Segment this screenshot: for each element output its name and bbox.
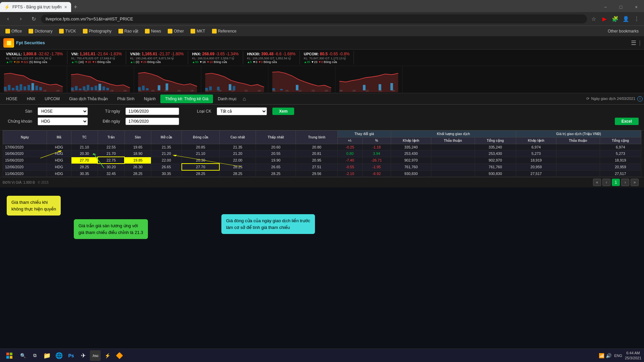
hsc-taskbar[interactable]: .hsc [90, 350, 101, 361]
bookmark-other[interactable]: Other [165, 28, 186, 35]
new-tab-button[interactable]: + [71, 4, 80, 11]
td-thoa-thuan [431, 164, 475, 170]
minimize-button[interactable]: − [598, 1, 613, 13]
photoshop-taskbar[interactable]: Ps [66, 350, 76, 361]
chungkhoan-select[interactable]: HDG [38, 117, 88, 125]
page-btn-4[interactable]: » [631, 179, 639, 186]
task-view-button[interactable]: ⧉ [30, 350, 40, 361]
page-btn-2[interactable]: 1 [612, 179, 620, 186]
app2-taskbar[interactable]: ⚡ [102, 350, 113, 361]
td-thap-nhat: 28.25 [256, 170, 296, 177]
app3-taskbar[interactable]: 🔶 [114, 350, 125, 361]
menu-icon[interactable]: ☰ [631, 39, 636, 47]
td-tong-cong-gt: 18,919 [600, 157, 641, 164]
svg-rect-27 [102, 86, 105, 90]
th-cao-nhat: Cao nhất [219, 131, 256, 144]
td-san: 18.90 [124, 150, 151, 157]
maximize-button[interactable]: □ [613, 1, 629, 13]
td-khop-lenh-gt: 27,517 [516, 170, 556, 177]
bookmark-photography[interactable]: Photography [80, 28, 114, 35]
index-vn30[interactable]: VN30: 1,165.61 -21.37 -1.80% KL: 190,246… [126, 51, 188, 64]
td-thap-nhat: 20.55 [256, 150, 296, 157]
folder-icon [5, 29, 10, 34]
tab-giao-dich[interactable]: Giao dịch Thỏa thuận [64, 95, 113, 103]
refresh-icon[interactable]: ⟳ [586, 97, 589, 101]
tab-upcom[interactable]: UPCOM [40, 95, 64, 103]
page-btn-3[interactable]: › [621, 179, 629, 186]
xem-button[interactable]: Xem [272, 108, 294, 115]
tab-hose[interactable]: HOSE [1, 95, 22, 103]
tab-nganh[interactable]: Ngành [139, 95, 160, 103]
bookmark-dictionary[interactable]: Dictionary [26, 28, 55, 35]
don-vi: ĐƠN VỊ GIÁ: 1.000 Đ [3, 181, 35, 184]
td-ngay: 12/06/2020 [3, 164, 47, 170]
index-vnxall[interactable]: VNXALL: 1,800.8 -32.62 -1.78% KL: 727,87… [2, 51, 67, 64]
bookmark-tvck[interactable]: TVCK [56, 28, 78, 35]
telegram-taskbar[interactable]: ✈ [78, 350, 89, 361]
youtube-icon[interactable]: ▶ [600, 14, 609, 23]
page-btn-1[interactable]: ‹ [602, 179, 610, 186]
bookmark-raovat[interactable]: Rao vặt [116, 28, 141, 35]
san-select[interactable]: HOSE [38, 107, 88, 115]
vn30-name: VN30: [130, 52, 142, 56]
bookmark-star-icon[interactable]: ☆ [589, 14, 598, 23]
active-tab[interactable]: ⚡ FPTS - Bảng giá trực tuyến × [0, 2, 71, 12]
filter-row-1: Sàn HOSE Từ ngày Loại CK Tất cả Xem [5, 107, 639, 115]
svg-text:09h: 09h [138, 89, 142, 92]
info-icon[interactable]: i [637, 96, 643, 102]
td-dong-cua: 20.85 [182, 144, 220, 150]
tab-hnx[interactable]: HNX [22, 95, 40, 103]
index-hnx30[interactable]: HNX30: 390.48 -6.6 -1.68% KL: 109,155,50… [243, 51, 300, 64]
bookmark-news[interactable]: News [142, 28, 164, 35]
svg-rect-39 [158, 85, 160, 90]
svg-text:13h: 13h [43, 89, 47, 92]
extension-icon[interactable]: 🧩 [610, 14, 620, 23]
reload-button[interactable]: ↻ [28, 13, 39, 24]
search-taskbar-button[interactable]: 🔍 [17, 350, 28, 361]
index-upcom[interactable]: UPCOM: 80.5 -0.65 -0.8% KL: 70,847,300 G… [300, 51, 354, 64]
mini-charts: 09h 10h 11h 13h 14h [0, 66, 644, 93]
loaick-select[interactable]: Tất cả [217, 107, 267, 115]
svg-rect-83 [6, 356, 9, 359]
td-khop-lenh-gt: 18,919 [516, 157, 556, 164]
page-btn-0[interactable]: « [593, 179, 601, 186]
svg-text:11h: 11h [164, 89, 168, 92]
more-options-icon[interactable]: ⋮ [632, 14, 641, 23]
table-row: 17/06/2020 HDG 21.10 22.55 19.65 21.35 2… [3, 144, 641, 150]
home-icon[interactable]: ⌂ [243, 96, 246, 102]
start-button[interactable] [3, 350, 16, 361]
td-san: 19.85 [124, 157, 151, 164]
td-cao-nhat: 21.20 [219, 150, 256, 157]
bookmark-office[interactable]: Office [3, 28, 24, 35]
excel-button[interactable]: Excel [615, 118, 639, 125]
td-khop-lenh-gt: 6,974 [516, 144, 556, 150]
td-ma: HDG [47, 170, 71, 177]
clock-time: 6:44 AM [625, 351, 641, 355]
tab-thong-ke[interactable]: Thống kê: Thống kê Giá [160, 95, 213, 103]
denngay-input[interactable] [125, 118, 179, 125]
upcom-value: 80.5 [320, 52, 327, 56]
bookmark-mkt[interactable]: MKT [188, 28, 208, 35]
chrome-taskbar[interactable]: 🌐 [54, 350, 64, 361]
tungay-input[interactable] [125, 108, 179, 115]
td-thoa-thuan [431, 170, 475, 177]
index-vni[interactable]: VNI: 1,161.81 -21.64 -1.83% KL: 750,476,… [67, 51, 126, 64]
file-explorer-taskbar[interactable]: 📁 [42, 350, 52, 361]
td-mo-cua: 22.00 [151, 157, 182, 164]
other-bookmarks[interactable]: Other bookmarks [605, 28, 641, 35]
bookmark-reference[interactable]: Reference [209, 28, 239, 35]
back-button[interactable]: ‹ [3, 13, 13, 24]
mini-chart-vn30: 09h 10h 11h 13h 14h [134, 66, 201, 93]
close-button[interactable]: × [629, 1, 644, 13]
tab-phai-sinh[interactable]: Phái Sinh [113, 95, 139, 103]
tab-close-button[interactable]: × [64, 4, 67, 10]
index-hnx[interactable]: HNX: 268.69 -3.65 -1.34% KL: 168,514,800… [188, 51, 243, 64]
td-dong-cua: 20.30 [182, 157, 220, 164]
url-input[interactable] [41, 14, 587, 23]
profile-icon[interactable]: 👤 [621, 14, 631, 23]
svg-text:09h: 09h [71, 89, 74, 92]
tab-danh-muc[interactable]: Danh mục [213, 95, 241, 103]
svg-text:10h: 10h [353, 89, 356, 92]
browser-chrome: ⚡ FPTS - Bảng giá trực tuyến × + − □ × ‹… [0, 0, 644, 36]
forward-button[interactable]: › [15, 13, 26, 24]
